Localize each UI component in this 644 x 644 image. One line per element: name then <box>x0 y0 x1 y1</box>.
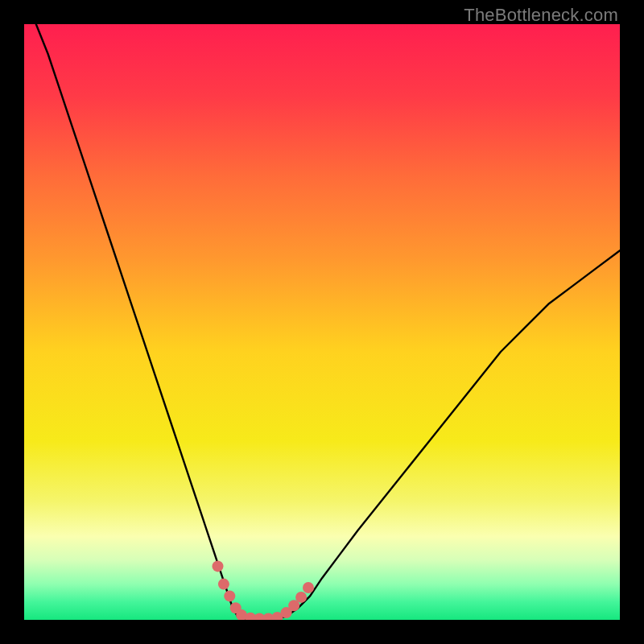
sweet-spot-dot <box>213 560 224 572</box>
watermark-text: TheBottleneck.com <box>464 5 618 26</box>
plot-area <box>24 24 620 620</box>
sweet-spot-dot <box>303 582 314 593</box>
curve-layer <box>24 24 620 620</box>
sweet-spot-dot <box>224 590 235 601</box>
sweet-spot-dot <box>295 592 307 603</box>
chart-frame: TheBottleneck.com <box>0 0 644 644</box>
sweet-spot-dot <box>218 579 229 590</box>
bottleneck-curve <box>36 24 620 620</box>
